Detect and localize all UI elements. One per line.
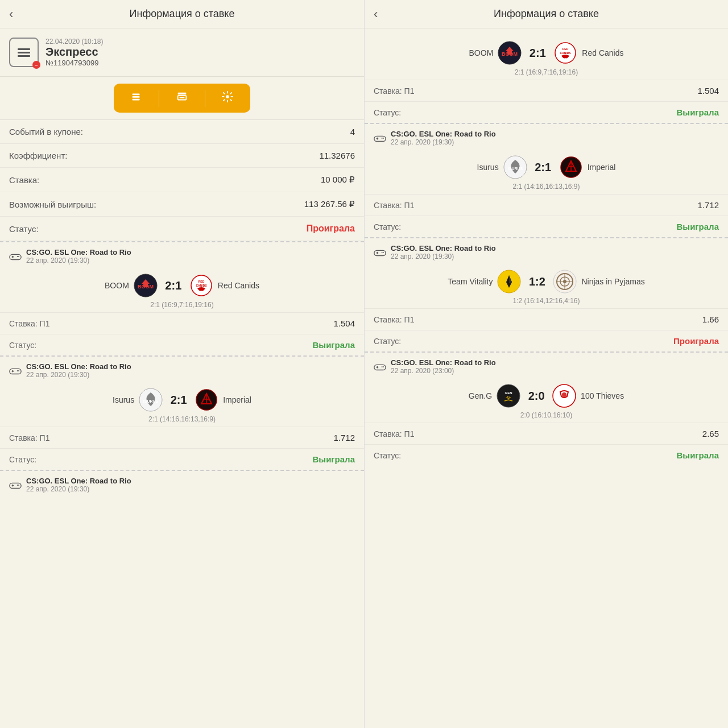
right-event-3-score: 2:0 xyxy=(525,390,548,403)
right-event-2-title: CS:GO. ESL One: Road to Rio xyxy=(391,244,496,253)
left-panel: ‹ Информация о ставке 22.04.2020 (10:18)… xyxy=(0,0,364,728)
gamepad-icon-1 xyxy=(9,250,22,263)
svg-point-21 xyxy=(18,370,19,371)
event-2-score: 2:1 xyxy=(167,394,190,407)
bet-type-icon xyxy=(9,38,39,67)
svg-point-59 xyxy=(383,366,384,367)
right-event-0-bet-row: Ставка: П1 1.504 xyxy=(365,80,728,101)
nip-logo xyxy=(553,270,577,293)
right-event-0-score-detail: 2:1 (16:9,7:16,19:16) xyxy=(374,68,719,80)
event-2-status-row: Статус: Выиграла xyxy=(0,448,364,470)
stat-status: Статус: Проиграла xyxy=(0,217,364,241)
gamepad-icon-3 xyxy=(9,479,22,491)
right-header: ‹ Информация о ставке xyxy=(365,0,728,28)
stat-events-value: 4 xyxy=(350,127,355,136)
right-event-1-bet-row: Ставка: П1 1.712 xyxy=(365,194,728,216)
event-1-score-detail: 2:1 (16:9,7:16,19:16) xyxy=(0,301,364,312)
right-header-title: Информация о ставке xyxy=(494,8,599,20)
bet-details: 22.04.2020 (10:18) Экспресс №11904793099 xyxy=(46,38,355,67)
svg-rect-1 xyxy=(132,96,139,98)
right-event-2: CS:GO. ESL One: Road to Rio 22 апр. 2020… xyxy=(365,237,728,351)
imperial-logo xyxy=(195,388,218,412)
right-event-2-status-row: Статус: Проиграла xyxy=(365,330,728,351)
left-back-button[interactable]: ‹ xyxy=(9,7,13,22)
event-2-date: 22 апр. 2020 (19:30) xyxy=(26,371,131,379)
print-button[interactable] xyxy=(159,84,204,113)
stat-events-label: Событий в купоне: xyxy=(9,127,83,136)
svg-text:CANIDS: CANIDS xyxy=(560,51,572,55)
right-event-0-score: 2:1 xyxy=(526,47,549,60)
right-event-1-status-value: Выиграла xyxy=(677,222,719,231)
stat-possible-win-value: 113 267.56 ₽ xyxy=(304,199,355,209)
right-event-0-partial: BOOM BOOM 2:1 RED CANIDS xyxy=(365,28,728,80)
stat-bet-label: Ставка: xyxy=(9,175,39,185)
event-1-team1: BOOM xyxy=(105,281,129,290)
svg-text:RED: RED xyxy=(562,47,569,51)
geng-logo: GEN ·G· xyxy=(497,384,520,408)
stat-coefficient-label: Коэффициент: xyxy=(9,151,67,160)
svg-rect-55 xyxy=(374,365,386,370)
settings-button[interactable] xyxy=(205,84,250,113)
svg-text:GEN: GEN xyxy=(505,391,512,395)
right-event-2-team2: Ninjas in Pyjamas xyxy=(581,277,644,286)
stat-coefficient: Коэффициент: 11.32676 xyxy=(0,144,364,168)
right-event-2-status-value: Проиграла xyxy=(673,336,719,346)
svg-rect-9 xyxy=(13,255,13,258)
isurus-logo: ISURUS xyxy=(139,388,163,412)
right-event-3-team2: 100 Thieves xyxy=(581,391,624,400)
svg-rect-27 xyxy=(13,484,13,486)
svg-point-10 xyxy=(17,256,18,257)
right-panel: ‹ Информация о ставке BOOM BOOM 2:1 xyxy=(364,0,728,728)
stat-bet: Ставка: 10 000 ₽ xyxy=(0,168,364,192)
right-event-3-score-detail: 2:0 (16:10,16:10) xyxy=(365,411,728,423)
right-event-3-date: 22 апр. 2020 (23:00) xyxy=(391,367,496,375)
event-1-status-value: Выиграла xyxy=(313,340,355,350)
vitality-logo xyxy=(497,270,521,293)
stat-possible-win: Возможный выигрыш: 113 267.56 ₽ xyxy=(0,192,364,217)
svg-rect-35 xyxy=(374,136,386,141)
bet-type-label: Экспресс xyxy=(46,46,355,59)
copy-icon xyxy=(130,90,143,106)
right-event-2-date: 22 апр. 2020 (19:30) xyxy=(391,253,496,260)
right-event-0-team1: BOOM xyxy=(469,48,494,57)
print-icon xyxy=(176,90,188,106)
svg-rect-2 xyxy=(132,99,139,101)
event-2-status-label: Статус: xyxy=(9,455,36,464)
stat-events: Событий в купоне: 4 xyxy=(0,120,364,144)
right-event-3-title: CS:GO. ESL One: Road to Rio xyxy=(391,358,496,367)
bet-number: №11904793099 xyxy=(46,59,355,67)
svg-rect-17 xyxy=(10,369,21,374)
svg-point-6 xyxy=(226,95,230,98)
svg-text:ISURUS: ISURUS xyxy=(143,399,159,403)
right-event-2-teams: Team Vitality 1:2 xyxy=(365,263,728,297)
action-buttons xyxy=(0,77,364,120)
right-event-1-status-label: Статус: xyxy=(374,222,401,231)
svg-rect-7 xyxy=(10,254,21,259)
red-canids-logo: RED CANIDS xyxy=(189,274,213,297)
right-event-0-bet-label: Ставка: П1 xyxy=(374,86,414,96)
event-1-status-label: Статус: xyxy=(9,341,36,350)
stat-status-label: Статус: xyxy=(9,224,39,234)
svg-text:·G·: ·G· xyxy=(506,395,511,399)
right-gamepad-icon-3 xyxy=(374,361,386,373)
svg-point-11 xyxy=(18,256,19,257)
right-event-1-score: 2:1 xyxy=(532,161,555,174)
event-1-bet-value: 1.504 xyxy=(333,318,355,328)
right-back-button[interactable]: ‹ xyxy=(374,7,378,22)
svg-point-29 xyxy=(18,485,19,486)
svg-rect-19 xyxy=(13,370,13,372)
right-event-0-status-row: Статус: Выиграла xyxy=(365,101,728,123)
event-2-bet-row: Ставка: П1 1.712 xyxy=(0,427,364,448)
right-gamepad-icon-2 xyxy=(374,246,386,259)
right-event-3-status-value: Выиграла xyxy=(677,450,719,460)
right-event-3-teams: Gen.G GEN ·G· 2:0 xyxy=(365,377,728,411)
event-2-bet-label: Ставка: П1 xyxy=(9,433,49,442)
stat-coefficient-value: 11.32676 xyxy=(319,151,355,160)
copy-button[interactable] xyxy=(114,84,159,113)
svg-point-46 xyxy=(382,252,383,253)
svg-rect-37 xyxy=(377,137,378,139)
svg-point-64 xyxy=(562,392,566,397)
event-1-teams: BOOM BOOM 2:1 RED CANIDS xyxy=(0,267,364,301)
event-1-bet-label: Ставка: П1 xyxy=(9,319,49,328)
svg-point-20 xyxy=(17,370,18,371)
